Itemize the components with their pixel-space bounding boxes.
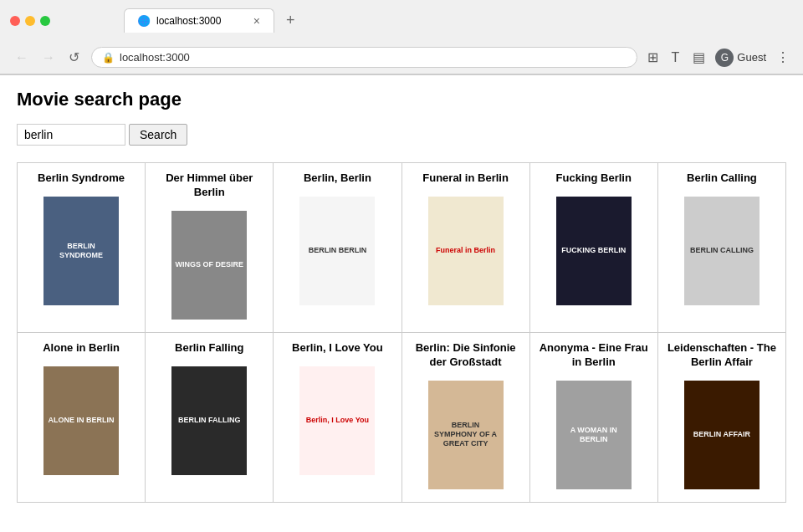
movie-title-berlin-berlin: Berlin, Berlin xyxy=(304,171,371,186)
poster-image-berlin-calling: BERLIN CALLING xyxy=(684,197,760,305)
poster-image-berlin-sinfonie: BERLIN SYMPHONY OF A GREAT CITY xyxy=(428,381,504,489)
more-options-button[interactable]: ⋮ xyxy=(773,46,793,69)
movie-title-anonyma: Anonyma - Eine Frau in Berlin xyxy=(537,341,651,370)
url-box[interactable]: 🔒 localhost:3000 xyxy=(91,47,637,68)
grid-view-button[interactable]: ⊞ xyxy=(644,46,662,69)
movie-cell-alone-in-berlin[interactable]: Alone in BerlinALONE IN BERLIN xyxy=(18,333,146,503)
browser-actions: ⊞ T ▤ G Guest ⋮ xyxy=(644,46,793,69)
movie-cell-berlin-calling[interactable]: Berlin CallingBERLIN CALLING xyxy=(658,163,786,333)
active-tab[interactable]: 🌐 localhost:3000 × xyxy=(124,8,274,33)
movie-title-alone-in-berlin: Alone in Berlin xyxy=(43,341,120,356)
movie-title-berlin-syndrome: Berlin Syndrome xyxy=(38,171,125,186)
traffic-lights xyxy=(10,16,50,26)
movie-poster-berlin-berlin: BERLIN BERLIN xyxy=(280,192,394,309)
search-bar: Search xyxy=(17,124,786,146)
minimize-window-button[interactable] xyxy=(25,16,35,26)
forward-button[interactable]: → xyxy=(37,48,60,67)
movie-cell-himmel-uber-berlin[interactable]: Der Himmel über BerlinWINGS OF DESIRE xyxy=(146,163,274,333)
page-title: Movie search page xyxy=(17,89,786,110)
movie-cell-leidenschaften[interactable]: Leidenschaften - The Berlin AffairBERLIN… xyxy=(658,333,786,503)
movie-cell-berlin-i-love-you[interactable]: Berlin, I Love YouBerlin, I Love You xyxy=(274,333,402,503)
movie-poster-himmel-uber-berlin: WINGS OF DESIRE xyxy=(152,207,266,324)
profile-avatar: G xyxy=(715,49,734,67)
movie-poster-leidenschaften: BERLIN AFFAIR xyxy=(665,376,779,494)
profile-button[interactable]: G Guest xyxy=(715,49,766,67)
movie-cell-anonyma[interactable]: Anonyma - Eine Frau in BerlinA WOMAN IN … xyxy=(530,333,658,503)
poster-image-fucking-berlin: FUCKING BERLIN xyxy=(556,197,632,305)
movie-title-berlin-calling: Berlin Calling xyxy=(687,171,757,186)
movie-title-leidenschaften: Leidenschaften - The Berlin Affair xyxy=(665,341,779,370)
movie-title-fucking-berlin: Fucking Berlin xyxy=(556,171,632,186)
translate-button[interactable]: T xyxy=(668,47,683,69)
movie-title-berlin-sinfonie: Berlin: Die Sinfonie der Großstadt xyxy=(409,341,523,370)
search-button[interactable]: Search xyxy=(129,124,187,146)
search-input[interactable] xyxy=(17,124,125,146)
movie-title-berlin-i-love-you: Berlin, I Love You xyxy=(292,341,383,356)
back-button[interactable]: ← xyxy=(10,48,33,67)
movie-cell-berlin-syndrome[interactable]: Berlin SyndromeBERLIN SYNDROME xyxy=(18,163,146,333)
movie-cell-berlin-berlin[interactable]: Berlin, BerlinBERLIN BERLIN xyxy=(274,163,402,333)
browser-chrome: 🌐 localhost:3000 × + ← → ↺ 🔒 localhost:3… xyxy=(0,0,803,75)
poster-image-berlin-i-love-you: Berlin, I Love You xyxy=(299,366,375,475)
nav-buttons: ← → ↺ xyxy=(10,48,84,67)
tab-title: localhost:3000 xyxy=(156,15,221,27)
movie-title-berlin-falling: Berlin Falling xyxy=(175,341,243,356)
tab-favicon: 🌐 xyxy=(138,15,150,27)
movie-cell-funeral-in-berlin[interactable]: Funeral in BerlinFuneral in Berlin xyxy=(402,163,530,333)
poster-image-berlin-berlin: BERLIN BERLIN xyxy=(299,197,375,305)
tab-bar: 🌐 localhost:3000 × + xyxy=(57,7,371,34)
poster-image-berlin-falling: BERLIN FALLING xyxy=(171,366,247,475)
close-window-button[interactable] xyxy=(10,16,20,26)
poster-image-alone-in-berlin: ALONE IN BERLIN xyxy=(43,366,119,475)
browser-titlebar: 🌐 localhost:3000 × + xyxy=(0,0,803,41)
poster-image-berlin-syndrome: BERLIN SYNDROME xyxy=(43,197,119,305)
movie-poster-anonyma: A WOMAN IN BERLIN xyxy=(537,376,651,494)
poster-image-himmel-uber-berlin: WINGS OF DESIRE xyxy=(171,211,247,320)
profile-name: Guest xyxy=(737,51,766,64)
address-bar: ← → ↺ 🔒 localhost:3000 ⊞ T ▤ G Guest ⋮ xyxy=(0,41,803,74)
movie-cell-fucking-berlin[interactable]: Fucking BerlinFUCKING BERLIN xyxy=(530,163,658,333)
movie-poster-alone-in-berlin: ALONE IN BERLIN xyxy=(24,362,138,479)
url-text: localhost:3000 xyxy=(120,51,190,64)
poster-image-funeral-in-berlin: Funeral in Berlin xyxy=(428,197,504,305)
movie-poster-berlin-i-love-you: Berlin, I Love You xyxy=(280,362,394,479)
poster-image-leidenschaften: BERLIN AFFAIR xyxy=(684,381,760,489)
movie-poster-funeral-in-berlin: Funeral in Berlin xyxy=(409,192,523,309)
tab-close-button[interactable]: × xyxy=(253,14,260,28)
movie-poster-berlin-sinfonie: BERLIN SYMPHONY OF A GREAT CITY xyxy=(409,376,523,494)
movie-title-himmel-uber-berlin: Der Himmel über Berlin xyxy=(152,171,266,200)
movie-grid: Berlin SyndromeBERLIN SYNDROMEDer Himmel… xyxy=(17,162,786,503)
page-content: Movie search page Search Berlin Syndrome… xyxy=(0,75,803,516)
new-tab-button[interactable]: + xyxy=(278,7,304,34)
movie-cell-berlin-falling[interactable]: Berlin FallingBERLIN FALLING xyxy=(146,333,274,503)
maximize-window-button[interactable] xyxy=(40,16,50,26)
movie-poster-berlin-syndrome: BERLIN SYNDROME xyxy=(24,192,138,309)
movie-title-funeral-in-berlin: Funeral in Berlin xyxy=(422,171,509,186)
url-security-icon: 🔒 xyxy=(102,52,115,64)
reader-view-button[interactable]: ▤ xyxy=(689,46,708,69)
poster-image-anonyma: A WOMAN IN BERLIN xyxy=(556,381,632,489)
refresh-button[interactable]: ↺ xyxy=(64,48,84,67)
movie-poster-berlin-falling: BERLIN FALLING xyxy=(152,362,266,479)
movie-poster-fucking-berlin: FUCKING BERLIN xyxy=(537,192,651,309)
movie-poster-berlin-calling: BERLIN CALLING xyxy=(665,192,779,309)
movie-cell-berlin-sinfonie[interactable]: Berlin: Die Sinfonie der GroßstadtBERLIN… xyxy=(402,333,530,503)
